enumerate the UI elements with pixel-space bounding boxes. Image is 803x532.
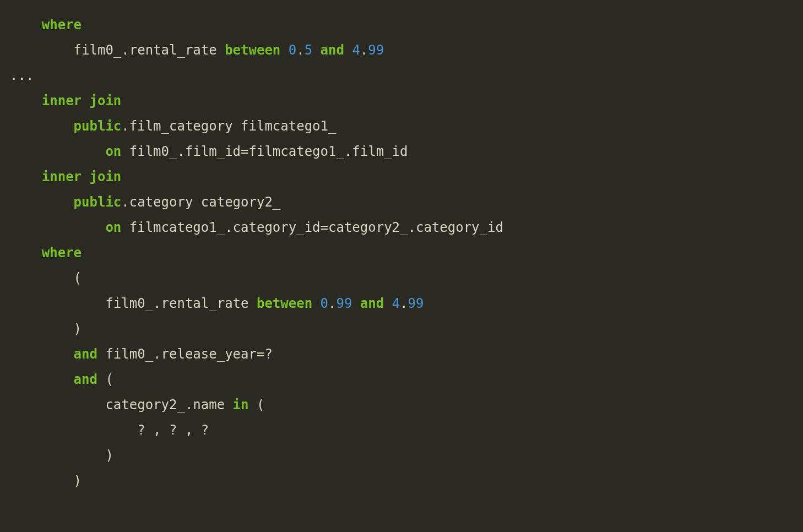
token-kw2: on [105, 144, 121, 159]
token-ident: film0_ [97, 346, 153, 362]
token-ident: film_id [352, 144, 408, 159]
token-ident [249, 397, 257, 412]
token-ident: film0_ [74, 42, 122, 58]
token-ident: category_id [416, 220, 503, 235]
token-ident: category2_ [328, 220, 408, 235]
token-punct: ( [105, 372, 113, 387]
token-op: = [241, 144, 248, 159]
token-punct: . [296, 42, 304, 58]
token-punct: ) [74, 473, 82, 488]
token-punct: . [121, 118, 129, 134]
token-ident [344, 42, 352, 58]
token-ident: rental_rate [129, 42, 225, 58]
token-ident: category category2_ [129, 194, 281, 210]
token-ident [312, 42, 320, 58]
token-num: 99 [368, 42, 384, 58]
token-ident: film_category filmcatego1_ [129, 118, 337, 134]
token-ident [82, 93, 89, 108]
token-punct: . [121, 194, 129, 210]
token-kw2: public [74, 194, 122, 210]
token-num: 99 [408, 296, 424, 311]
token-kw: between [257, 296, 312, 311]
token-punct: ? , ? , ? [137, 422, 209, 438]
token-punct: . [400, 296, 408, 311]
token-ident: filmcatego1_ [121, 220, 225, 235]
token-punct: . [344, 144, 352, 159]
token-punct: ) [105, 448, 113, 463]
token-kw: and [74, 372, 97, 387]
token-ident [312, 296, 320, 311]
token-punct: ) [74, 321, 82, 336]
token-ident: film0_ [105, 296, 153, 311]
sql-code-block: where film0_.rental_rate between 0.5 and… [0, 0, 803, 506]
token-punct: ( [74, 270, 82, 286]
token-ident: filmcatego1_ [249, 144, 344, 159]
token-punct: ? [264, 346, 272, 362]
token-ident: film_id [185, 144, 241, 159]
token-kw: and [360, 296, 384, 311]
token-kw: where [42, 245, 82, 260]
token-ident: category2_ [105, 397, 185, 412]
token-punct: . [328, 296, 336, 311]
token-kw2: on [105, 220, 121, 235]
token-op: = [257, 346, 264, 362]
token-ident: name [193, 397, 232, 412]
token-kw: join [90, 93, 122, 108]
token-punct: . [360, 42, 368, 58]
token-kw: inner [42, 169, 82, 184]
token-num: 99 [336, 296, 352, 311]
token-kw: inner [42, 93, 82, 108]
token-num: 5 [305, 42, 312, 58]
token-punct: . [185, 397, 193, 412]
token-punct: ... [10, 68, 34, 83]
token-ident [384, 296, 392, 311]
token-ident: film0_ [121, 144, 177, 159]
token-punct: . [177, 144, 185, 159]
token-kw: and [321, 42, 344, 58]
token-punct: . [121, 42, 129, 58]
token-ident: category_id [233, 220, 321, 235]
token-kw: between [225, 42, 280, 58]
token-ident [82, 169, 89, 184]
token-kw: and [74, 346, 97, 362]
token-num: 0 [321, 296, 328, 311]
token-ident: rental_rate [161, 296, 257, 311]
token-num: 4 [392, 296, 400, 311]
token-kw: join [90, 169, 122, 184]
token-kw2: public [74, 118, 122, 134]
token-kw: in [233, 397, 249, 412]
token-ident [352, 296, 360, 311]
token-num: 4 [352, 42, 360, 58]
token-punct: . [153, 296, 161, 311]
token-num: 0 [289, 42, 296, 58]
token-punct: . [225, 220, 232, 235]
token-punct: ( [257, 397, 264, 412]
token-op: = [321, 220, 328, 235]
token-kw: where [42, 17, 82, 32]
token-punct: . [153, 346, 161, 362]
token-ident [280, 42, 288, 58]
token-punct: . [408, 220, 416, 235]
token-ident: release_year [161, 346, 257, 362]
token-ident [97, 372, 105, 387]
